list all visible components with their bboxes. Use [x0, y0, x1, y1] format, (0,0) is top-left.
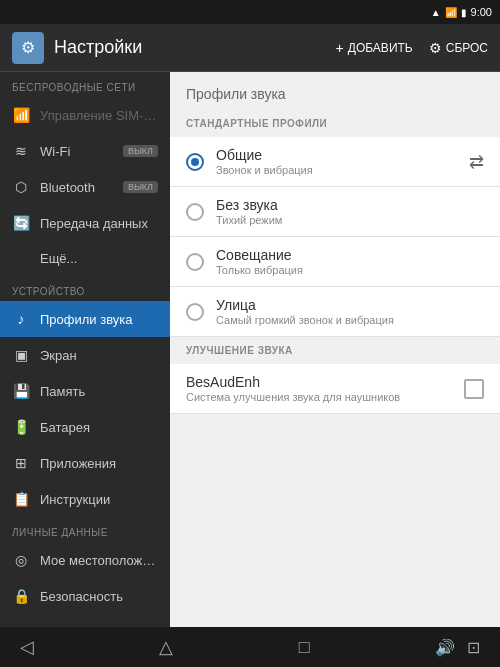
besaud-desc: Система улучшения звука для наушников — [186, 391, 464, 403]
sidebar-item-battery-label: Батарея — [40, 420, 158, 435]
add-button[interactable]: + ДОБАВИТЬ — [336, 40, 413, 56]
sidebar-item-location-label: Мое местоположение — [40, 553, 158, 568]
time-display: 9:00 — [471, 6, 492, 18]
sidebar-item-memory-label: Память — [40, 384, 158, 399]
profile-item-outdoor[interactable]: Улица Самый громкий звонок и вибрация — [170, 287, 500, 337]
tune-icon[interactable]: ⇄ — [469, 151, 484, 173]
wifi-toggle[interactable]: ВЫКЛ — [123, 145, 158, 157]
security-icon: 🔒 — [12, 588, 30, 604]
sidebar-item-wifi-label: Wi-Fi — [40, 144, 113, 159]
sidebar: БЕСПРОВОДНЫЕ СЕТИ 📶 Управление SIM-карта… — [0, 72, 170, 627]
sidebar-item-memory[interactable]: 💾 Память — [0, 373, 170, 409]
gear-icon: ⚙ — [21, 38, 35, 57]
display-icon: ▣ — [12, 347, 30, 363]
profile-item-silent[interactable]: Без звука Тихий режим — [170, 187, 500, 237]
profile-text-outdoor: Улица Самый громкий звонок и вибрация — [216, 297, 394, 326]
back-button[interactable]: ◁ — [20, 636, 34, 658]
radio-general[interactable] — [186, 153, 204, 171]
besaud-text: BesAudEnh Система улучшения звука для на… — [186, 374, 464, 403]
apps-icon: ⊞ — [12, 455, 30, 471]
bluetooth-toggle[interactable]: ВЫКЛ — [123, 181, 158, 193]
device-section-header: УСТРОЙСТВО — [0, 276, 170, 301]
top-bar-right: + ДОБАВИТЬ ⚙ СБРОС — [336, 40, 488, 56]
sidebar-item-language-label: Язык и ввод — [40, 625, 158, 628]
sidebar-item-apps[interactable]: ⊞ Приложения — [0, 445, 170, 481]
profile-desc-silent: Тихий режим — [216, 214, 282, 226]
sidebar-item-wifi[interactable]: ≋ Wi-Fi ВЫКЛ — [0, 133, 170, 169]
top-bar: ⚙ Настройки + ДОБАВИТЬ ⚙ СБРОС — [0, 24, 500, 72]
reset-icon: ⚙ — [429, 40, 442, 56]
sound-icon: ♪ — [12, 311, 30, 327]
standard-profiles-header: СТАНДАРТНЫЕ ПРОФИЛИ — [170, 110, 500, 137]
besaud-name: BesAudEnh — [186, 374, 464, 390]
status-icons: ▲ 📶 ▮ 9:00 — [431, 6, 492, 18]
recent-button[interactable]: □ — [299, 637, 310, 658]
content-area: Профили звука СТАНДАРТНЫЕ ПРОФИЛИ Общие … — [170, 72, 500, 627]
sidebar-item-bluetooth[interactable]: ⬡ Bluetooth ВЫКЛ — [0, 169, 170, 205]
reset-label: СБРОС — [446, 41, 488, 55]
add-label: ДОБАВИТЬ — [348, 41, 413, 55]
sidebar-item-display-label: Экран — [40, 348, 158, 363]
sidebar-item-battery[interactable]: 🔋 Батарея — [0, 409, 170, 445]
besaud-checkbox[interactable] — [464, 379, 484, 399]
battery-icon: ▮ — [461, 7, 467, 18]
sidebar-item-instructions[interactable]: 📋 Инструкции — [0, 481, 170, 517]
profile-text-silent: Без звука Тихий режим — [216, 197, 282, 226]
sidebar-item-bluetooth-label: Bluetooth — [40, 180, 113, 195]
sidebar-item-instructions-label: Инструкции — [40, 492, 158, 507]
settings-app-icon: ⚙ — [12, 32, 44, 64]
sidebar-item-data-label: Передача данных — [40, 216, 158, 231]
content-title: Профили звука — [170, 72, 500, 110]
status-bar: ▲ 📶 ▮ 9:00 — [0, 0, 500, 24]
enhance-section-header: УЛУЧШЕНИЕ ЗВУКА — [170, 337, 500, 364]
nav-bar: ◁ △ □ 🔊 ⊡ — [0, 627, 500, 667]
radio-meeting[interactable] — [186, 253, 204, 271]
wireless-section-header: БЕСПРОВОДНЫЕ СЕТИ — [0, 72, 170, 97]
sidebar-item-more[interactable]: Ещё... — [0, 241, 170, 276]
data-icon: 🔄 — [12, 215, 30, 231]
sidebar-item-security[interactable]: 🔒 Безопасность — [0, 578, 170, 614]
profile-name-silent: Без звука — [216, 197, 282, 213]
sidebar-item-display[interactable]: ▣ Экран — [0, 337, 170, 373]
personal-section-header: ЛИЧНЫЕ ДАННЫЕ — [0, 517, 170, 542]
sidebar-item-sim[interactable]: 📶 Управление SIM-карта... — [0, 97, 170, 133]
screenshot-icon[interactable]: ⊡ — [467, 638, 480, 657]
profile-name-outdoor: Улица — [216, 297, 394, 313]
profile-name-general: Общие — [216, 147, 313, 163]
radio-outdoor[interactable] — [186, 303, 204, 321]
sidebar-item-data[interactable]: 🔄 Передача данных — [0, 205, 170, 241]
battery-icon-nav: 🔋 — [12, 419, 30, 435]
profile-text-general: Общие Звонок и вибрация — [216, 147, 313, 176]
wifi-icon: ≋ — [12, 143, 30, 159]
location-icon: ◎ — [12, 552, 30, 568]
main-layout: БЕСПРОВОДНЫЕ СЕТИ 📶 Управление SIM-карта… — [0, 72, 500, 627]
top-bar-left: ⚙ Настройки — [12, 32, 336, 64]
profile-desc-outdoor: Самый громкий звонок и вибрация — [216, 314, 394, 326]
bluetooth-icon: ⬡ — [12, 179, 30, 195]
home-button[interactable]: △ — [159, 636, 173, 658]
profile-name-meeting: Совещание — [216, 247, 303, 263]
sidebar-item-sound[interactable]: ♪ Профили звука — [0, 301, 170, 337]
profile-text-meeting: Совещание Только вибрация — [216, 247, 303, 276]
page-title: Настройки — [54, 37, 142, 58]
sidebar-item-apps-label: Приложения — [40, 456, 158, 471]
signal-strength: 📶 — [445, 7, 457, 18]
sidebar-item-sound-label: Профили звука — [40, 312, 158, 327]
sidebar-item-language[interactable]: A Язык и ввод — [0, 614, 170, 627]
profile-desc-meeting: Только вибрация — [216, 264, 303, 276]
plus-icon: + — [336, 40, 344, 56]
sim-icon: 📶 — [12, 107, 30, 123]
signal-icon: ▲ — [431, 7, 441, 18]
reset-button[interactable]: ⚙ СБРОС — [429, 40, 488, 56]
enhance-item-besaud[interactable]: BesAudEnh Система улучшения звука для на… — [170, 364, 500, 414]
profile-desc-general: Звонок и вибрация — [216, 164, 313, 176]
volume-icon[interactable]: 🔊 — [435, 638, 455, 657]
sidebar-item-sim-label: Управление SIM-карта... — [40, 108, 158, 123]
radio-silent[interactable] — [186, 203, 204, 221]
nav-right-icons: 🔊 ⊡ — [435, 638, 480, 657]
instructions-icon: 📋 — [12, 491, 30, 507]
profile-item-meeting[interactable]: Совещание Только вибрация — [170, 237, 500, 287]
profile-item-general[interactable]: Общие Звонок и вибрация ⇄ — [170, 137, 500, 187]
sidebar-item-more-label: Ещё... — [40, 251, 158, 266]
sidebar-item-location[interactable]: ◎ Мое местоположение — [0, 542, 170, 578]
